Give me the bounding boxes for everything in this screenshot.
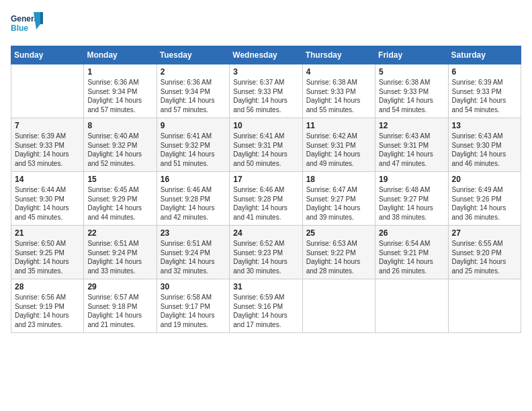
calendar-cell <box>302 279 375 333</box>
cell-content: Sunrise: 6:40 AM Sunset: 9:32 PM Dayligh… <box>87 132 152 168</box>
calendar-table: SundayMondayTuesdayWednesdayThursdayFrid… <box>11 46 521 333</box>
col-header-monday: Monday <box>84 46 157 64</box>
week-row-4: 21Sunrise: 6:50 AM Sunset: 9:25 PM Dayli… <box>11 226 521 279</box>
calendar-cell: 21Sunrise: 6:50 AM Sunset: 9:25 PM Dayli… <box>11 226 84 279</box>
cell-content: Sunrise: 6:41 AM Sunset: 9:31 PM Dayligh… <box>233 132 298 168</box>
calendar-cell: 17Sunrise: 6:46 AM Sunset: 9:28 PM Dayli… <box>230 172 302 226</box>
cell-content: Sunrise: 6:37 AM Sunset: 9:33 PM Dayligh… <box>233 78 298 114</box>
cell-content: Sunrise: 6:58 AM Sunset: 9:17 PM Dayligh… <box>161 293 226 329</box>
calendar-cell: 26Sunrise: 6:54 AM Sunset: 9:21 PM Dayli… <box>375 226 448 279</box>
week-row-3: 14Sunrise: 6:44 AM Sunset: 9:30 PM Dayli… <box>11 172 521 226</box>
logo-container: General Blue <box>11 11 43 40</box>
calendar-cell <box>375 279 448 333</box>
calendar-cell: 16Sunrise: 6:46 AM Sunset: 9:28 PM Dayli… <box>157 172 229 226</box>
calendar-cell: 31Sunrise: 6:59 AM Sunset: 9:16 PM Dayli… <box>230 279 302 333</box>
day-number: 6 <box>452 67 517 77</box>
day-number: 28 <box>15 282 80 291</box>
day-number: 29 <box>87 282 152 291</box>
calendar-cell: 1Sunrise: 6:36 AM Sunset: 9:34 PM Daylig… <box>84 64 157 118</box>
cell-content: Sunrise: 6:43 AM Sunset: 9:30 PM Dayligh… <box>452 132 517 168</box>
week-row-1: 1Sunrise: 6:36 AM Sunset: 9:34 PM Daylig… <box>11 64 521 118</box>
day-number: 12 <box>379 121 444 130</box>
cell-content: Sunrise: 6:46 AM Sunset: 9:28 PM Dayligh… <box>161 185 226 222</box>
cell-content: Sunrise: 6:50 AM Sunset: 9:25 PM Dayligh… <box>15 239 80 275</box>
calendar-cell: 30Sunrise: 6:58 AM Sunset: 9:17 PM Dayli… <box>157 279 229 333</box>
col-header-tuesday: Tuesday <box>157 46 229 64</box>
calendar-cell: 4Sunrise: 6:38 AM Sunset: 9:33 PM Daylig… <box>302 64 375 118</box>
cell-content: Sunrise: 6:49 AM Sunset: 9:26 PM Dayligh… <box>452 185 517 222</box>
calendar-cell <box>448 279 521 333</box>
calendar-cell: 9Sunrise: 6:41 AM Sunset: 9:32 PM Daylig… <box>157 118 229 172</box>
day-number: 16 <box>161 175 226 184</box>
cell-content: Sunrise: 6:51 AM Sunset: 9:24 PM Dayligh… <box>161 239 226 275</box>
calendar-cell: 8Sunrise: 6:40 AM Sunset: 9:32 PM Daylig… <box>84 118 157 172</box>
col-header-thursday: Thursday <box>302 46 375 64</box>
logo: General Blue <box>11 11 43 40</box>
day-number: 22 <box>87 228 152 238</box>
cell-content: Sunrise: 6:46 AM Sunset: 9:28 PM Dayligh… <box>233 185 298 222</box>
cell-content: Sunrise: 6:56 AM Sunset: 9:19 PM Dayligh… <box>15 293 80 329</box>
calendar-cell: 22Sunrise: 6:51 AM Sunset: 9:24 PM Dayli… <box>84 226 157 279</box>
calendar-cell: 15Sunrise: 6:45 AM Sunset: 9:29 PM Dayli… <box>84 172 157 226</box>
cell-content: Sunrise: 6:45 AM Sunset: 9:29 PM Dayligh… <box>87 185 152 222</box>
cell-content: Sunrise: 6:59 AM Sunset: 9:16 PM Dayligh… <box>233 293 298 329</box>
calendar-cell: 7Sunrise: 6:39 AM Sunset: 9:33 PM Daylig… <box>11 118 84 172</box>
day-number: 3 <box>233 67 298 77</box>
day-number: 18 <box>306 175 371 184</box>
calendar-cell: 5Sunrise: 6:38 AM Sunset: 9:33 PM Daylig… <box>375 64 448 118</box>
cell-content: Sunrise: 6:57 AM Sunset: 9:18 PM Dayligh… <box>87 293 152 329</box>
cell-content: Sunrise: 6:36 AM Sunset: 9:34 PM Dayligh… <box>161 78 226 114</box>
calendar-cell: 6Sunrise: 6:39 AM Sunset: 9:33 PM Daylig… <box>448 64 521 118</box>
day-number: 26 <box>379 228 444 238</box>
calendar-cell: 14Sunrise: 6:44 AM Sunset: 9:30 PM Dayli… <box>11 172 84 226</box>
day-number: 15 <box>87 175 152 184</box>
day-number: 25 <box>306 228 371 238</box>
day-number: 19 <box>379 175 444 184</box>
day-number: 17 <box>233 175 298 184</box>
day-number: 5 <box>379 67 444 77</box>
cell-content: Sunrise: 6:38 AM Sunset: 9:33 PM Dayligh… <box>306 78 371 114</box>
cell-content: Sunrise: 6:53 AM Sunset: 9:22 PM Dayligh… <box>306 239 371 275</box>
cell-content: Sunrise: 6:48 AM Sunset: 9:27 PM Dayligh… <box>379 185 444 222</box>
cell-content: Sunrise: 6:42 AM Sunset: 9:31 PM Dayligh… <box>306 132 371 168</box>
calendar-cell: 24Sunrise: 6:52 AM Sunset: 9:23 PM Dayli… <box>230 226 302 279</box>
day-number: 9 <box>161 121 226 130</box>
svg-marker-3 <box>40 12 43 24</box>
day-number: 2 <box>161 67 226 77</box>
day-number: 14 <box>15 175 80 184</box>
day-number: 8 <box>87 121 152 130</box>
calendar-cell: 10Sunrise: 6:41 AM Sunset: 9:31 PM Dayli… <box>230 118 302 172</box>
day-number: 1 <box>87 67 152 77</box>
cell-content: Sunrise: 6:44 AM Sunset: 9:30 PM Dayligh… <box>15 185 80 222</box>
calendar-cell: 28Sunrise: 6:56 AM Sunset: 9:19 PM Dayli… <box>11 279 84 333</box>
week-row-5: 28Sunrise: 6:56 AM Sunset: 9:19 PM Dayli… <box>11 279 521 333</box>
calendar-cell <box>11 64 84 118</box>
day-number: 11 <box>306 121 371 130</box>
col-header-friday: Friday <box>375 46 448 64</box>
calendar-cell: 29Sunrise: 6:57 AM Sunset: 9:18 PM Dayli… <box>84 279 157 333</box>
calendar-cell: 12Sunrise: 6:43 AM Sunset: 9:31 PM Dayli… <box>375 118 448 172</box>
col-header-wednesday: Wednesday <box>230 46 302 64</box>
cell-content: Sunrise: 6:38 AM Sunset: 9:33 PM Dayligh… <box>379 78 444 114</box>
calendar-cell: 20Sunrise: 6:49 AM Sunset: 9:26 PM Dayli… <box>448 172 521 226</box>
day-number: 31 <box>233 282 298 291</box>
calendar-cell: 23Sunrise: 6:51 AM Sunset: 9:24 PM Dayli… <box>157 226 229 279</box>
col-header-sunday: Sunday <box>11 46 84 64</box>
calendar-cell: 27Sunrise: 6:55 AM Sunset: 9:20 PM Dayli… <box>448 226 521 279</box>
week-row-2: 7Sunrise: 6:39 AM Sunset: 9:33 PM Daylig… <box>11 118 521 172</box>
day-number: 7 <box>15 121 80 130</box>
calendar-cell: 2Sunrise: 6:36 AM Sunset: 9:34 PM Daylig… <box>157 64 229 118</box>
calendar-cell: 3Sunrise: 6:37 AM Sunset: 9:33 PM Daylig… <box>230 64 302 118</box>
header-row: SundayMondayTuesdayWednesdayThursdayFrid… <box>11 46 521 64</box>
svg-text:Blue: Blue <box>11 24 28 33</box>
cell-content: Sunrise: 6:41 AM Sunset: 9:32 PM Dayligh… <box>161 132 226 168</box>
cell-content: Sunrise: 6:43 AM Sunset: 9:31 PM Dayligh… <box>379 132 444 168</box>
day-number: 10 <box>233 121 298 130</box>
cell-content: Sunrise: 6:36 AM Sunset: 9:34 PM Dayligh… <box>87 78 152 114</box>
cell-content: Sunrise: 6:39 AM Sunset: 9:33 PM Dayligh… <box>452 78 517 114</box>
cell-content: Sunrise: 6:47 AM Sunset: 9:27 PM Dayligh… <box>306 185 371 222</box>
calendar-cell: 25Sunrise: 6:53 AM Sunset: 9:22 PM Dayli… <box>302 226 375 279</box>
day-number: 20 <box>452 175 517 184</box>
cell-content: Sunrise: 6:55 AM Sunset: 9:20 PM Dayligh… <box>452 239 517 275</box>
cell-content: Sunrise: 6:54 AM Sunset: 9:21 PM Dayligh… <box>379 239 444 275</box>
